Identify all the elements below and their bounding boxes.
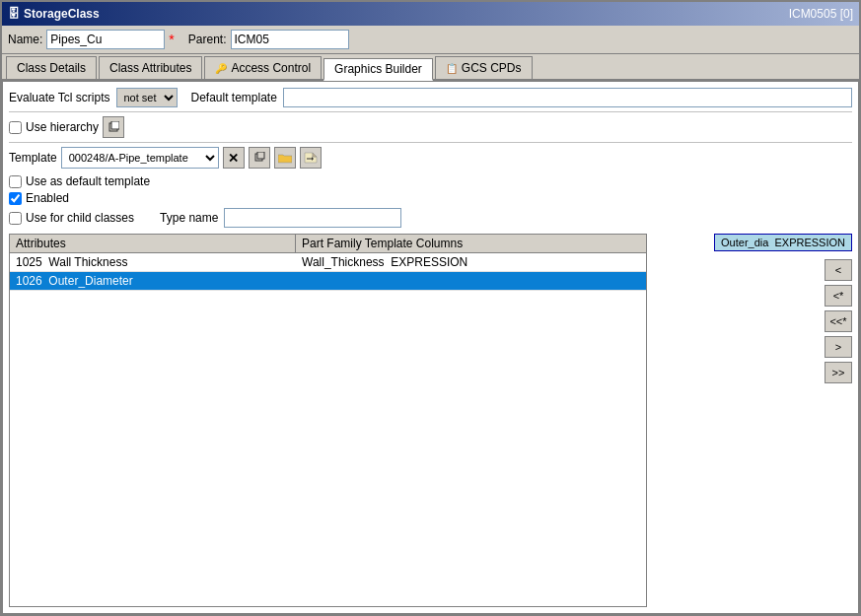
default-template-label: Default template bbox=[191, 91, 277, 104]
row2-col1: 1026 Outer_Diameter bbox=[10, 272, 296, 290]
transfer-right-button[interactable]: > bbox=[825, 336, 852, 358]
use-as-default-label: Use as default template bbox=[26, 174, 150, 188]
enabled-checkbox[interactable] bbox=[9, 192, 22, 205]
template-copy-button[interactable] bbox=[249, 147, 270, 169]
copy2-icon bbox=[253, 152, 265, 164]
outer-dia-label: Outer_dia EXPRESSION bbox=[714, 234, 852, 251]
use-hierarchy-checkbox[interactable] bbox=[9, 121, 22, 134]
access-control-icon: 🔑 bbox=[215, 63, 227, 74]
tab-graphics-builder-label: Graphics Builder bbox=[334, 62, 422, 76]
name-label: Name: bbox=[8, 33, 42, 46]
copy-icon bbox=[108, 121, 119, 133]
tab-class-attributes-label: Class Attributes bbox=[109, 61, 191, 75]
main-columns: Attributes Part Family Template Columns … bbox=[9, 234, 852, 607]
tab-gcs-cpds[interactable]: 📋 GCS CPDs bbox=[435, 56, 533, 79]
template-export-button[interactable] bbox=[300, 147, 322, 169]
template-dropdown[interactable]: 000248/A-Pipe_template bbox=[61, 147, 219, 169]
name-input[interactable] bbox=[46, 30, 165, 49]
row1-col1: 1025 Wall Thickness bbox=[10, 253, 296, 271]
template-clear-button[interactable]: ✕ bbox=[223, 147, 245, 169]
svg-rect-1 bbox=[111, 121, 119, 129]
tab-gcs-cpds-label: GCS CPDs bbox=[462, 61, 522, 75]
type-name-row: Use for child classes Type name bbox=[9, 208, 852, 228]
row2-col2 bbox=[296, 272, 646, 290]
evaluate-dropdown[interactable]: not set bbox=[116, 88, 178, 107]
tab-access-control[interactable]: 🔑 Access Control bbox=[204, 56, 322, 79]
table-body: 1025 Wall Thickness Wall_Thickness EXPRE… bbox=[10, 253, 646, 291]
parent-label: Parent: bbox=[188, 33, 227, 46]
attributes-table: Attributes Part Family Template Columns … bbox=[9, 234, 647, 607]
title-bar: 🗄 StorageClass ICM0505 [0] bbox=[2, 2, 859, 26]
use-as-default-checkbox[interactable] bbox=[9, 175, 22, 188]
enabled-label: Enabled bbox=[26, 191, 69, 205]
name-row: Name: * Parent: bbox=[2, 26, 859, 54]
transfer-left-button[interactable]: < bbox=[825, 259, 852, 281]
type-name-label: Type name bbox=[160, 211, 218, 225]
tab-class-attributes[interactable]: Class Attributes bbox=[99, 56, 202, 79]
template-folder-button[interactable] bbox=[274, 147, 296, 169]
default-template-input[interactable] bbox=[283, 88, 852, 107]
transfer-buttons: < <* <<* > >> bbox=[655, 259, 852, 383]
content-area: Evaluate Tcl scripts not set Default tem… bbox=[2, 81, 859, 614]
tab-class-details[interactable]: Class Details bbox=[6, 56, 97, 79]
use-hierarchy-label: Use hierarchy bbox=[26, 120, 99, 134]
hierarchy-copy-button[interactable] bbox=[103, 116, 124, 138]
enabled-row: Enabled bbox=[9, 191, 852, 205]
hierarchy-row: Use hierarchy bbox=[9, 116, 852, 138]
tab-access-control-label: Access Control bbox=[231, 61, 311, 75]
col1-header: Attributes bbox=[10, 235, 296, 252]
options-section: Use as default template Enabled Use for … bbox=[9, 174, 852, 228]
tabs-bar: Class Details Class Attributes 🔑 Access … bbox=[2, 54, 859, 81]
use-as-default-row: Use as default template bbox=[9, 174, 852, 188]
svg-rect-3 bbox=[257, 152, 264, 159]
template-row: Template 000248/A-Pipe_template ✕ bbox=[9, 147, 852, 169]
use-for-child-checkbox[interactable] bbox=[9, 212, 22, 225]
evaluate-row: Evaluate Tcl scripts not set Default tem… bbox=[9, 88, 852, 107]
required-star: * bbox=[169, 32, 174, 47]
tab-graphics-builder[interactable]: Graphics Builder bbox=[323, 58, 433, 81]
folder-icon bbox=[278, 152, 292, 164]
divider-1 bbox=[9, 111, 852, 112]
parent-input[interactable] bbox=[231, 30, 349, 49]
table-header: Attributes Part Family Template Columns bbox=[10, 235, 646, 253]
use-for-child-label: Use for child classes bbox=[26, 211, 134, 225]
window-icon: 🗄 bbox=[8, 7, 20, 21]
transfer-left-all-button[interactable]: <<* bbox=[825, 310, 852, 332]
main-window: 🗄 StorageClass ICM0505 [0] Name: * Paren… bbox=[0, 0, 861, 616]
export-icon bbox=[304, 152, 318, 164]
tab-class-details-label: Class Details bbox=[17, 61, 86, 75]
divider-2 bbox=[9, 142, 852, 143]
evaluate-label: Evaluate Tcl scripts bbox=[9, 91, 110, 104]
transfer-right-all-button[interactable]: >> bbox=[825, 362, 852, 383]
right-panel: Outer_dia EXPRESSION < <* <<* > >> bbox=[655, 234, 852, 607]
col2-header: Part Family Template Columns bbox=[296, 235, 646, 252]
title-bar-left: 🗄 StorageClass bbox=[8, 7, 100, 21]
table-row[interactable]: 1026 Outer_Diameter bbox=[10, 272, 646, 291]
row1-col2: Wall_Thickness EXPRESSION bbox=[296, 253, 646, 271]
table-row[interactable]: 1025 Wall Thickness Wall_Thickness EXPRE… bbox=[10, 253, 646, 272]
template-label: Template bbox=[9, 151, 57, 165]
window-title-left: StorageClass bbox=[24, 7, 100, 21]
transfer-left-star-button[interactable]: <* bbox=[825, 285, 852, 307]
type-name-input[interactable] bbox=[224, 208, 401, 228]
gcs-icon: 📋 bbox=[446, 63, 458, 74]
window-title-right: ICM0505 [0] bbox=[789, 7, 853, 21]
left-panel: Attributes Part Family Template Columns … bbox=[9, 234, 647, 607]
